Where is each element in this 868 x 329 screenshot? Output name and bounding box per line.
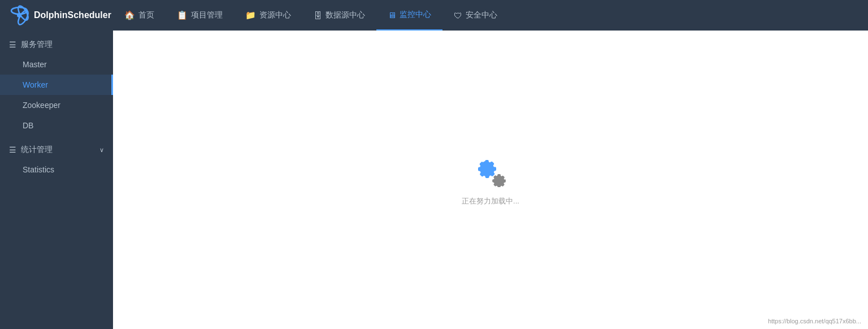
nav-item-project-label: 项目管理 bbox=[191, 10, 223, 20]
sidebar-item-worker-label: Worker bbox=[23, 80, 48, 89]
security-icon: 🛡 bbox=[454, 11, 462, 20]
sidebar-section-stats-label: 统计管理 bbox=[21, 145, 95, 155]
nav-item-resource-label: 资源中心 bbox=[259, 10, 291, 20]
nav-item-home[interactable]: 🏠 首页 bbox=[113, 0, 166, 31]
datasource-icon: 🗄 bbox=[314, 11, 322, 20]
sidebar-collapse-button[interactable]: ‹ bbox=[112, 168, 113, 191]
nav-item-resource[interactable]: 📁 资源中心 bbox=[234, 0, 302, 31]
main-content: 正在努力加载中... https://blog.csdn.net/qq517x6… bbox=[113, 31, 868, 329]
menu-lines-icon: ☰ bbox=[9, 40, 16, 49]
sidebar-item-master-label: Master bbox=[23, 60, 47, 69]
topnav: DolphinScheduler 🏠 首页 📋 项目管理 📁 资源中心 🗄 数据… bbox=[0, 0, 868, 31]
gears-container bbox=[474, 153, 507, 187]
nav-item-home-label: 首页 bbox=[138, 10, 154, 20]
sidebar-item-statistics-label: Statistics bbox=[23, 165, 54, 174]
sidebar: ☰ 服务管理 Master Worker Zookeeper DB ☰ 统计管理… bbox=[0, 31, 113, 329]
nav-items: 🏠 首页 📋 项目管理 📁 资源中心 🗄 数据源中心 🖥 监控中心 🛡 安全中心 bbox=[113, 0, 868, 31]
home-icon: 🏠 bbox=[124, 10, 135, 20]
nav-item-monitor[interactable]: 🖥 监控中心 bbox=[376, 0, 442, 31]
layout: ☰ 服务管理 Master Worker Zookeeper DB ☰ 统计管理… bbox=[0, 0, 868, 329]
nav-item-security-label: 安全中心 bbox=[466, 10, 497, 20]
nav-item-datasource[interactable]: 🗄 数据源中心 bbox=[302, 0, 376, 31]
svg-point-3 bbox=[17, 13, 21, 18]
loading-text: 正在努力加载中... bbox=[462, 196, 519, 206]
nav-item-monitor-label: 监控中心 bbox=[400, 10, 431, 20]
logo-area: DolphinScheduler bbox=[0, 5, 113, 25]
loading-area: 正在努力加载中... bbox=[462, 153, 519, 206]
sidebar-item-master[interactable]: Master bbox=[0, 54, 113, 75]
monitor-icon: 🖥 bbox=[388, 10, 396, 20]
nav-item-datasource-label: 数据源中心 bbox=[326, 10, 365, 20]
sidebar-item-zookeeper[interactable]: Zookeeper bbox=[0, 95, 113, 115]
sidebar-item-db-label: DB bbox=[23, 121, 33, 130]
sidebar-item-statistics[interactable]: Statistics bbox=[0, 159, 113, 180]
sidebar-section-service-label: 服务管理 bbox=[21, 40, 104, 50]
nav-item-security[interactable]: 🛡 安全中心 bbox=[442, 0, 509, 31]
sidebar-section-stats-mgmt[interactable]: ☰ 统计管理 ∨ bbox=[0, 136, 113, 159]
logo-text: DolphinScheduler bbox=[34, 10, 111, 20]
sidebar-item-worker[interactable]: Worker bbox=[0, 75, 113, 95]
bottom-url: https://blog.csdn.net/qq517x6bb... bbox=[768, 318, 861, 324]
chevron-down-icon: ∨ bbox=[99, 146, 104, 154]
sidebar-section-service-mgmt[interactable]: ☰ 服务管理 bbox=[0, 31, 113, 54]
project-icon: 📋 bbox=[177, 10, 188, 20]
logo-icon bbox=[9, 5, 29, 25]
resource-icon: 📁 bbox=[245, 10, 256, 20]
gear-small-icon bbox=[491, 170, 507, 187]
sidebar-item-db[interactable]: DB bbox=[0, 115, 113, 136]
sidebar-item-zookeeper-label: Zookeeper bbox=[23, 101, 60, 110]
menu-lines-stats-icon: ☰ bbox=[9, 145, 16, 154]
nav-item-project[interactable]: 📋 项目管理 bbox=[166, 0, 234, 31]
